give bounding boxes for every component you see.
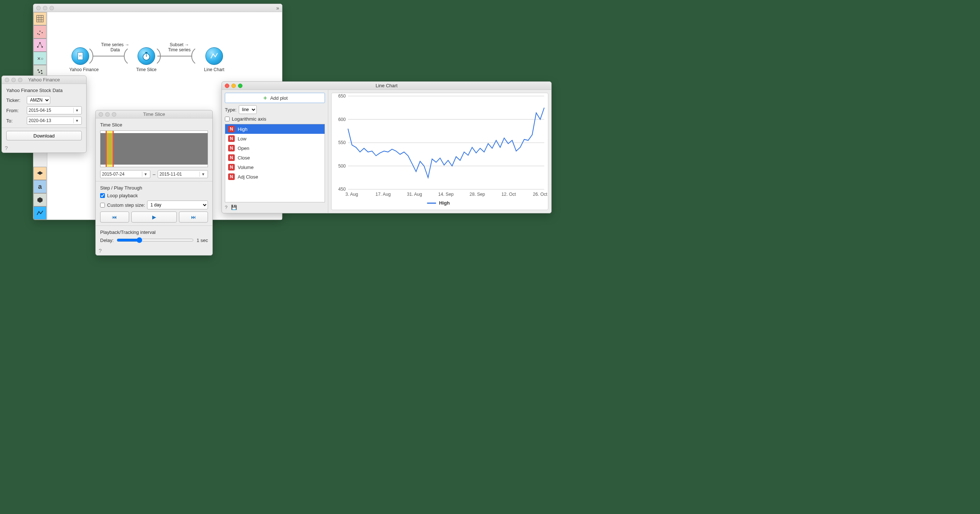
ticker-label: Ticker: [6,98,25,103]
close-icon[interactable] [5,78,9,82]
help-icon[interactable]: ? [2,143,86,152]
custom-step-label: Custom step size: [107,202,145,208]
node-line-chart[interactable]: Line Chart [203,47,225,72]
numeric-badge-icon: N [228,126,235,132]
chevron-down-icon[interactable]: ▾ [73,108,80,113]
range-separator: – [153,171,155,177]
log-axis-checkbox[interactable]: Logarithmic axis [225,116,325,122]
step-forward-button[interactable]: ⏭ [179,211,208,222]
svg-text:500: 500 [338,163,346,169]
close-icon[interactable] [36,6,41,10]
numeric-badge-icon: N [228,145,235,151]
svg-text:31. Aug: 31. Aug [407,192,422,197]
node-label: Time Slice [135,67,158,72]
download-button[interactable]: Download [6,131,82,140]
titlebar[interactable]: Time Slice [96,110,212,118]
palette-model-icon[interactable] [33,38,46,52]
overview-plot[interactable] [100,130,208,167]
section-heading: Yahoo Finance Stock Data [6,87,82,93]
zoom-icon[interactable] [112,112,116,117]
ticker-select[interactable]: AMZN [27,96,50,104]
to-date-input[interactable]: 2020-04-13▾ [27,117,82,125]
help-icon[interactable]: ? [96,246,212,255]
plus-icon: ＋ [262,94,268,102]
range-to-input[interactable]: 2015-11-01▾ [158,170,208,178]
variable-item[interactable]: NOpen [225,143,325,153]
palette-visualize-icon[interactable] [33,25,46,38]
titlebar[interactable]: Line Chart [222,82,551,90]
line-chart-window: Line Chart ＋ Add plot Type: line Logarit… [221,81,552,213]
svg-rect-23 [145,52,148,53]
section-heading: Playback/Tracking interval [100,230,208,235]
svg-line-13 [40,43,42,47]
file-icon: Y! [72,47,89,65]
minimize-icon[interactable] [11,78,16,82]
help-icon[interactable]: ? [225,205,228,210]
line-chart-icon [205,47,223,65]
svg-text:14. Sep: 14. Sep [438,192,454,197]
titlebar[interactable]: » [33,4,282,12]
variable-item[interactable]: NClose [225,153,325,162]
node-label: Yahoo Finance [69,67,91,72]
titlebar[interactable]: Yahoo Finance [2,76,86,84]
close-icon[interactable] [225,84,229,88]
range-from-input[interactable]: 2015-07-24▾ [100,170,150,178]
plot-type-select[interactable]: line [239,105,257,114]
step-size-select[interactable]: 1 day [147,200,208,209]
edge-label: Subset → Time series [161,42,198,53]
variable-label: Volume [238,165,253,170]
chart-area[interactable]: 4505005506006503. Aug17. Aug31. Aug14. S… [331,93,548,210]
svg-point-17 [41,70,42,71]
palette-text-icon[interactable]: a [33,180,46,193]
minimize-icon[interactable] [231,84,236,88]
plot-config-panel: ＋ Add plot Type: line Logarithmic axis N… [222,90,328,213]
close-icon[interactable] [99,112,103,117]
svg-text:Y!: Y! [79,54,82,57]
save-icon[interactable]: 💾 [231,205,237,210]
variable-item[interactable]: NAdj Close [225,172,325,181]
zoom-icon[interactable] [18,78,22,82]
collapse-palette-button[interactable]: » [276,5,279,11]
palette-3d-icon[interactable] [33,193,46,206]
svg-text:28. Sep: 28. Sep [469,192,485,197]
svg-point-6 [40,31,41,32]
custom-step-checkbox[interactable] [100,203,105,208]
checkbox[interactable] [225,117,230,121]
chevron-down-icon[interactable]: ▾ [142,171,148,177]
svg-text:12. Oct: 12. Oct [501,192,516,197]
add-plot-button[interactable]: ＋ Add plot [225,93,325,103]
variable-label: Close [238,155,250,160]
svg-text:✕○: ✕○ [37,56,43,61]
delay-value: 1 sec [197,238,208,243]
zoom-icon[interactable] [49,6,54,10]
svg-point-8 [39,34,40,35]
palette-educational-icon[interactable] [33,167,46,180]
svg-point-5 [37,33,38,35]
delay-slider[interactable] [117,237,194,243]
checkbox[interactable] [100,193,105,198]
window-title: Line Chart [222,83,551,88]
chevron-down-icon[interactable]: ▾ [199,171,206,177]
loop-playback-checkbox[interactable]: Loop playback [100,193,208,198]
palette-data-icon[interactable] [33,12,46,25]
stopwatch-icon [138,47,155,65]
palette-evaluate-icon[interactable]: ✕○ [33,52,46,65]
node-yahoo-finance[interactable]: Y! Yahoo Finance [69,47,91,72]
step-back-button[interactable]: ⏮ [100,211,129,222]
delay-label: Delay: [100,238,114,243]
node-time-slice[interactable]: Time Slice [135,47,158,72]
chevron-down-icon[interactable]: ▾ [73,118,80,123]
play-button[interactable]: ▶ [131,211,177,222]
minimize-icon[interactable] [43,6,47,10]
zoom-icon[interactable] [238,84,242,88]
numeric-badge-icon: N [228,164,235,170]
variable-item[interactable]: NHigh [225,124,325,134]
palette-timeseries-icon[interactable] [33,206,46,220]
minimize-icon[interactable] [105,112,110,117]
variable-item[interactable]: NVolume [225,162,325,172]
variable-list[interactable]: NHighNLowNOpenNCloseNVolumeNAdj Close [225,124,325,202]
type-label: Type: [225,107,237,113]
from-date-input[interactable]: 2015-04-15▾ [27,106,82,114]
range-selection[interactable] [106,131,114,167]
variable-item[interactable]: NLow [225,134,325,143]
